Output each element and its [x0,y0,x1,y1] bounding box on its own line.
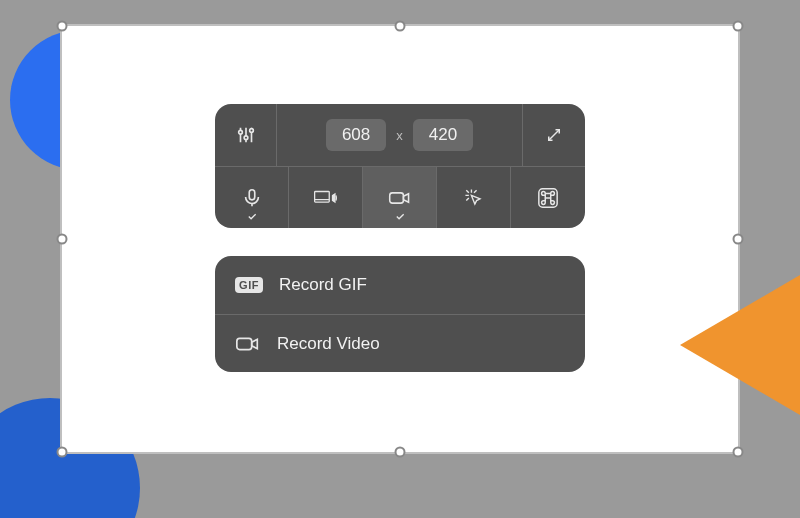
microphone-toggle[interactable] [215,167,289,228]
settings-panel: 608 x 420 [215,104,585,228]
microphone-icon [241,187,263,209]
check-icon [394,211,405,224]
resize-handle-bottom[interactable] [395,447,406,458]
video-icon [235,334,261,354]
camera-icon [388,188,412,208]
record-gif-button[interactable]: GIF Record GIF [215,256,585,314]
svg-rect-8 [314,191,329,202]
gif-icon: GIF [235,277,263,293]
keyboard-shortcuts-button[interactable] [511,167,585,228]
resize-handle-right[interactable] [733,234,744,245]
resize-handle-bottom-left[interactable] [57,447,68,458]
show-clicks-toggle[interactable] [437,167,511,228]
svg-point-3 [238,130,242,134]
record-video-button[interactable]: Record Video [215,314,585,372]
height-input[interactable]: 420 [413,119,473,151]
selection-region[interactable] [60,24,740,454]
check-icon [246,211,257,224]
system-audio-toggle[interactable] [289,167,363,228]
dimension-separator: x [396,128,403,143]
camera-toggle[interactable] [363,167,437,228]
resize-handle-top-left[interactable] [57,21,68,32]
svg-rect-10 [389,192,403,202]
record-video-label: Record Video [277,334,380,354]
resize-handle-top-right[interactable] [733,21,744,32]
svg-point-4 [244,136,248,140]
record-gif-label: Record GIF [279,275,367,295]
record-panel: GIF Record GIF Record Video [215,256,585,372]
resize-handle-bottom-right[interactable] [733,447,744,458]
sliders-icon [235,124,257,146]
svg-line-15 [466,198,469,201]
decorative-triangle [680,275,800,415]
svg-point-5 [249,129,253,133]
resize-handle-left[interactable] [57,234,68,245]
svg-line-13 [466,190,469,193]
resize-handle-top[interactable] [395,21,406,32]
svg-rect-6 [249,189,255,199]
fullscreen-button[interactable] [523,104,585,166]
dimensions-group: 608 x 420 [277,104,523,166]
svg-line-14 [474,190,477,193]
settings-button[interactable] [215,104,277,166]
system-audio-icon [313,188,339,208]
command-icon [537,187,559,209]
expand-icon [545,126,563,144]
width-input[interactable]: 608 [326,119,386,151]
svg-rect-17 [237,338,252,349]
cursor-click-icon [462,186,486,210]
